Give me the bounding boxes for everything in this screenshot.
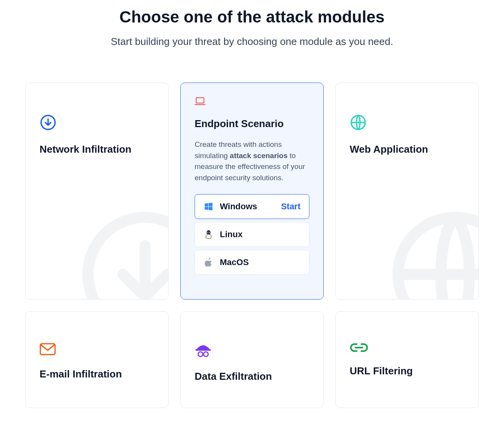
apple-icon (204, 258, 214, 267)
background-decoration (385, 205, 479, 300)
module-card-email-infiltration[interactable]: E-mail Infiltration (25, 311, 169, 408)
spy-icon (195, 343, 309, 360)
svg-point-8 (209, 233, 209, 233)
svg-rect-12 (195, 349, 211, 351)
module-card-url-filtering[interactable]: URL Filtering (335, 311, 479, 408)
mail-icon (40, 343, 154, 357)
os-option-label: Linux (220, 229, 300, 239)
os-option-label: MacOS (220, 257, 300, 267)
module-title: E-mail Infiltration (40, 368, 154, 380)
os-option-windows[interactable]: Windows Start (195, 194, 309, 219)
svg-rect-2 (196, 98, 204, 103)
os-option-linux[interactable]: Linux (195, 222, 309, 247)
module-description: Create threats with actions simulating a… (195, 139, 309, 183)
svg-point-1 (88, 217, 169, 300)
module-title: Data Exfiltration (195, 370, 309, 382)
background-decoration (75, 205, 169, 300)
os-option-label: Windows (220, 202, 281, 212)
module-grid: Network Infiltration Endpoint Scenario C… (0, 83, 504, 408)
svg-point-7 (208, 233, 208, 233)
globe-icon (350, 114, 464, 133)
os-option-list: Windows Start (195, 194, 309, 275)
module-card-network-infiltration[interactable]: Network Infiltration (25, 83, 169, 300)
module-title: Network Infiltration (40, 143, 154, 155)
os-option-macos[interactable]: MacOS (195, 250, 309, 275)
module-card-web-application[interactable]: Web Application (335, 83, 479, 300)
svg-point-13 (198, 352, 203, 357)
svg-point-14 (204, 352, 208, 357)
svg-point-10 (398, 217, 479, 300)
module-title: Web Application (350, 143, 464, 155)
header: Choose one of the attack modules Start b… (0, 8, 504, 48)
link-icon (350, 343, 464, 354)
module-title: URL Filtering (350, 365, 464, 377)
module-title: Endpoint Scenario (195, 118, 309, 130)
module-card-data-exfiltration[interactable]: Data Exfiltration (180, 311, 324, 408)
download-circle-icon (40, 114, 154, 133)
module-card-endpoint-scenario[interactable]: Endpoint Scenario Create threats with ac… (180, 83, 324, 300)
page-title: Choose one of the attack modules (0, 8, 504, 26)
laptop-icon (195, 97, 309, 107)
linux-icon (204, 230, 214, 239)
windows-icon (204, 202, 214, 211)
start-button[interactable]: Start (281, 202, 300, 212)
page-subtitle: Start building your threat by choosing o… (0, 36, 504, 48)
